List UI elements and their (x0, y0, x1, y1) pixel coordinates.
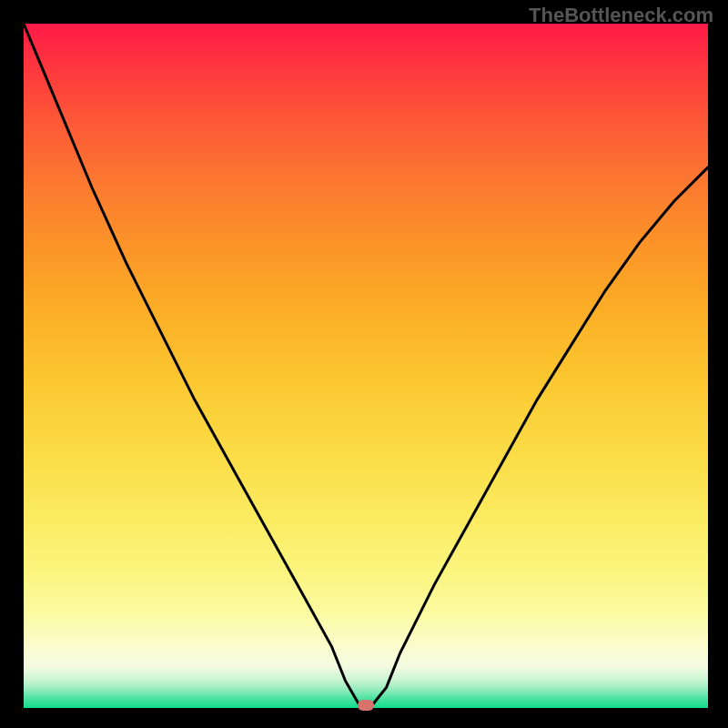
minimum-marker (358, 700, 374, 711)
chart-container: TheBottleneck.com (0, 0, 728, 728)
curve-svg (24, 24, 708, 708)
bottleneck-curve (24, 24, 708, 708)
watermark-text: TheBottleneck.com (529, 4, 713, 27)
plot-area (24, 24, 708, 708)
